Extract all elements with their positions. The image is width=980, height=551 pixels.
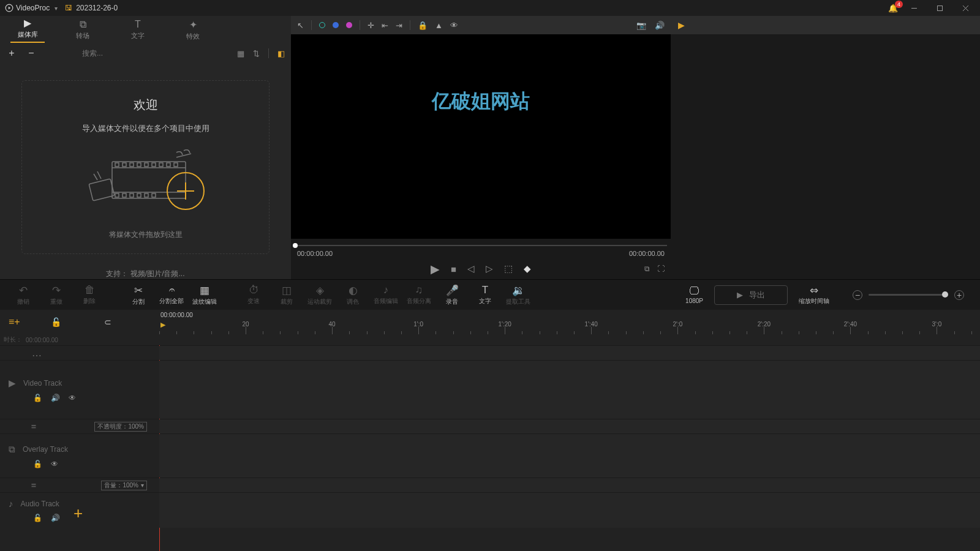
- svg-rect-9: [115, 163, 119, 167]
- media-library-icon: ▶: [24, 17, 31, 29]
- color-button[interactable]: ◐调色: [338, 284, 368, 306]
- inspector-toggle-icon[interactable]: ▶: [678, 20, 685, 30]
- zoom-knob[interactable]: [942, 291, 948, 298]
- delete-button[interactable]: 🗑删除: [75, 284, 104, 305]
- audio-separate-button[interactable]: ♫音频分离: [404, 284, 434, 305]
- split-all-button[interactable]: 𝄐分割全部: [157, 284, 186, 305]
- visibility-icon[interactable]: 👁: [450, 21, 458, 30]
- extract-tool-button[interactable]: 🔉提取工具: [503, 284, 533, 306]
- add-track-button[interactable]: ≡+: [9, 317, 20, 328]
- record-button[interactable]: 🎤录音: [437, 284, 467, 306]
- cursor-tool-icon[interactable]: ↖: [297, 21, 304, 30]
- overlay-track[interactable]: [159, 434, 980, 478]
- save-icon[interactable]: 🖫: [65, 4, 72, 12]
- crop-button[interactable]: ◫裁剪: [272, 284, 301, 306]
- marker-row: ⋯: [0, 345, 980, 360]
- grid-view-icon[interactable]: ▦: [237, 49, 244, 58]
- zoom-slider[interactable]: [869, 294, 948, 296]
- track-mute-icon[interactable]: 🔊: [51, 514, 60, 522]
- speed-button[interactable]: ⏱变速: [239, 284, 268, 305]
- next-frame-button[interactable]: ▷: [486, 263, 493, 274]
- ripple-edit-button[interactable]: ▦波纹编辑: [190, 284, 219, 306]
- safe-zone-icon[interactable]: ▲: [435, 21, 443, 30]
- add-track-plus-icon[interactable]: +: [74, 504, 83, 523]
- snap-right-icon[interactable]: ⇥: [396, 21, 402, 30]
- prev-frame-button[interactable]: ◁: [467, 263, 475, 274]
- preview-scrubber[interactable]: [291, 242, 671, 249]
- close-button[interactable]: [956, 2, 975, 14]
- notifications-button[interactable]: 🔔4: [888, 4, 898, 13]
- track-lock-icon[interactable]: 🔓: [33, 460, 42, 468]
- fit-timeline-button[interactable]: ⇔缩放时间轴: [799, 284, 829, 305]
- snap-left-icon[interactable]: ⇤: [382, 21, 388, 30]
- lock-all-icon[interactable]: 🔓: [39, 317, 74, 327]
- remove-media-button[interactable]: −: [26, 48, 37, 59]
- maximize-button[interactable]: [930, 2, 949, 14]
- marker-magenta[interactable]: [346, 22, 352, 28]
- opacity-tag[interactable]: 不透明度：100%: [94, 422, 147, 432]
- marker-blue[interactable]: [333, 22, 339, 28]
- zoom-out-button[interactable]: −: [853, 290, 862, 300]
- tab-transition[interactable]: ⧉ 转场: [55, 19, 110, 40]
- split-button[interactable]: ✂分割: [124, 284, 153, 306]
- track-lock-icon[interactable]: 🔓: [33, 394, 42, 402]
- drop-hint: 将媒体文件拖放到这里: [34, 230, 257, 240]
- pip-icon[interactable]: ⧉: [644, 264, 650, 273]
- svg-rect-12: [137, 163, 141, 167]
- welcome-subtitle: 导入媒体文件以便在多个项目中使用: [34, 123, 257, 134]
- snapshot-icon[interactable]: 📷: [636, 21, 646, 30]
- svg-rect-22: [145, 193, 148, 197]
- grip-icon[interactable]: 〓: [31, 422, 37, 431]
- marker-cyan[interactable]: [319, 22, 325, 28]
- play-button[interactable]: ▶: [431, 262, 440, 276]
- redo-button[interactable]: ↷重做: [42, 284, 71, 306]
- svg-rect-23: [152, 193, 156, 197]
- media-search-input[interactable]: [82, 49, 222, 58]
- duration-value: 00:00:00.00: [26, 337, 58, 343]
- svg-rect-17: [174, 163, 178, 167]
- audio-track-row: ♪Audio Track 🔓 🔊 +: [0, 492, 980, 528]
- minimize-button[interactable]: [904, 2, 924, 14]
- audio-track[interactable]: [159, 493, 980, 528]
- motion-crop-button[interactable]: ◈运动裁剪: [305, 284, 334, 306]
- panel-toggle-icon[interactable]: ◧: [277, 49, 285, 58]
- export-button[interactable]: ▶导出: [714, 285, 788, 305]
- media-panel: ▶ 媒体库 ⧉ 转场 T 文字 ✦ 特效 + − ▦ ⇅: [0, 16, 291, 279]
- fullscreen-icon[interactable]: ⛶: [657, 264, 665, 273]
- text-tool-button[interactable]: T文字: [470, 284, 500, 305]
- lock-icon[interactable]: 🔒: [418, 21, 428, 30]
- add-marker-button[interactable]: ◆: [524, 263, 531, 274]
- track-visibility-icon[interactable]: 👁: [51, 460, 58, 468]
- track-mute-icon[interactable]: 🔊: [51, 394, 60, 402]
- track-visibility-icon[interactable]: 👁: [69, 394, 76, 402]
- app-menu[interactable]: VideoProc ▾: [5, 4, 58, 12]
- track-menu-icon[interactable]: ⋯: [32, 350, 43, 361]
- transition-icon: ⧉: [80, 19, 86, 30]
- drop-illustration: [34, 140, 257, 220]
- tab-effect[interactable]: ✦ 特效: [165, 19, 221, 41]
- time-ruler[interactable]: 00:00:00.00 20401':01':201':402':02':202…: [159, 310, 980, 334]
- video-track[interactable]: [159, 361, 980, 419]
- video-preview[interactable]: [291, 34, 671, 239]
- magnet-icon[interactable]: ⊂: [92, 317, 124, 327]
- undo-button[interactable]: ↶撤销: [9, 284, 38, 306]
- audio-edit-button[interactable]: ♪音频编辑: [371, 284, 401, 305]
- media-toolbar: + − ▦ ⇅ ◧: [0, 43, 291, 63]
- mute-icon[interactable]: 🔊: [655, 21, 665, 30]
- scrub-handle[interactable]: [293, 243, 298, 248]
- resolution-button[interactable]: 🖵1080P: [685, 285, 703, 304]
- marker-track[interactable]: [159, 346, 980, 360]
- stop-button[interactable]: ■: [451, 264, 456, 274]
- track-lock-icon[interactable]: 🔓: [33, 514, 42, 522]
- snap-center-icon[interactable]: ✛: [368, 21, 374, 30]
- tab-text[interactable]: T 文字: [110, 19, 165, 40]
- grip-icon[interactable]: 〓: [31, 481, 37, 490]
- tab-media[interactable]: ▶ 媒体库: [0, 17, 55, 43]
- zoom-in-button[interactable]: +: [954, 290, 964, 300]
- svg-rect-13: [145, 163, 148, 167]
- media-drop-zone[interactable]: 欢迎 导入媒体文件以便在多个项目中使用: [21, 80, 270, 254]
- mark-in-button[interactable]: ⬚: [504, 263, 513, 274]
- sort-icon[interactable]: ⇅: [253, 49, 260, 58]
- volume-tag[interactable]: 音量：100%▾: [101, 481, 147, 490]
- add-media-button[interactable]: +: [6, 48, 17, 59]
